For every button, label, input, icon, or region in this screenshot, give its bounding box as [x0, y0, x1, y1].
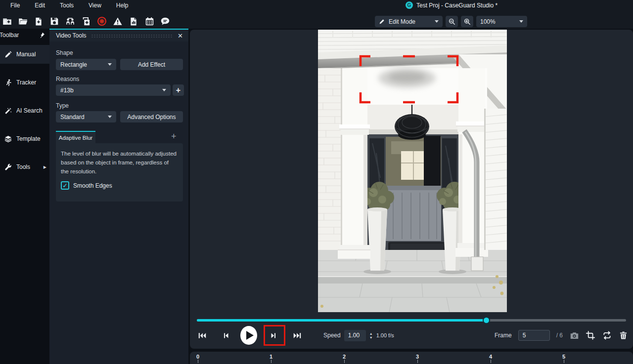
ruler-tick: 4	[483, 354, 498, 363]
reasons-value: #13b	[60, 87, 74, 94]
play-circle	[240, 326, 257, 345]
smooth-edges-row: ✓ Smooth Edges	[61, 181, 177, 190]
pin-icon[interactable]	[39, 32, 45, 38]
video-preview[interactable]	[318, 30, 507, 312]
loop-button[interactable]	[602, 329, 612, 341]
shape-label: Shape	[56, 49, 73, 56]
next-frame-button[interactable]	[265, 325, 282, 346]
pencil-icon	[379, 18, 385, 25]
alerts-icon	[113, 17, 123, 26]
speed-input[interactable]: 1.00	[344, 330, 366, 341]
alerts-button[interactable]	[112, 15, 123, 27]
advanced-options-button[interactable]: Advanced Options	[120, 111, 183, 122]
menu-help[interactable]: Help	[109, 2, 136, 9]
zoom-out-button[interactable]	[446, 16, 458, 27]
sidebar-item-label: AI Search	[16, 107, 43, 114]
sidebar-item-tracker[interactable]: Tracker	[0, 73, 49, 92]
frame-label: Frame	[495, 332, 512, 339]
collaborate-button[interactable]	[65, 15, 76, 27]
type-label: Type	[56, 102, 69, 109]
menu-view[interactable]: View	[81, 2, 109, 9]
edit-mode-value: Edit Mode	[389, 18, 415, 25]
sidebar-header: Toolbar	[0, 29, 49, 41]
timeline-ruler[interactable]: 0 1 2 3 4 5	[190, 352, 633, 364]
sidebar-item-ai-search[interactable]: AI Search	[0, 101, 49, 120]
speed-group: Speed 1.00 ▲ ▼ 1.00 f/s	[323, 325, 394, 346]
type-value: Standard	[60, 114, 85, 121]
shape-select[interactable]: Rectangle	[56, 59, 116, 70]
stepper-up-icon[interactable]: ▲	[369, 332, 373, 335]
tab-adaptive-blur[interactable]: Adaptive Blur	[56, 131, 95, 143]
reasons-select[interactable]: #13b	[56, 84, 171, 96]
menu-bar: File Edit Tools View Help	[3, 0, 136, 10]
stepper-down-icon[interactable]: ▼	[369, 336, 373, 339]
add-reason-button[interactable]: +	[173, 84, 184, 96]
panel-drag-grip[interactable]	[91, 34, 173, 38]
sidebar-item-label: Manual	[16, 51, 36, 58]
ruler-tick: 5	[556, 354, 571, 363]
previous-frame-button[interactable]	[218, 325, 234, 346]
plus-icon: +	[171, 131, 177, 141]
frame-value: 5	[523, 332, 526, 339]
menu-tools[interactable]: Tools	[52, 2, 81, 9]
sidebar-item-manual[interactable]: Manual	[0, 45, 49, 64]
skip-to-end-icon	[293, 331, 302, 340]
advanced-options-label: Advanced Options	[127, 114, 176, 121]
save-button[interactable]	[49, 15, 60, 27]
video-frame-image	[318, 30, 507, 312]
speed-label: Speed	[323, 332, 341, 339]
video-tools-header[interactable]: Video Tools ✕	[49, 29, 188, 41]
zoom-level-select[interactable]: 100%	[476, 16, 527, 27]
zoom-in-button[interactable]	[461, 16, 473, 27]
sidebar-item-template[interactable]: Template	[0, 129, 49, 148]
seek-thumb[interactable]	[483, 317, 490, 324]
duplicate-with-add-button[interactable]	[81, 15, 91, 27]
add-effect-button[interactable]: Add Effect	[120, 59, 183, 70]
speed-stepper[interactable]: ▲ ▼	[369, 332, 373, 339]
top-bar: File Edit Tools View Help G Test Proj - …	[0, 0, 633, 29]
frame-input[interactable]: 5	[518, 330, 550, 341]
sidebar-item-label: Template	[16, 135, 41, 142]
skip-to-end-button[interactable]	[289, 325, 306, 346]
caseguard-studio-window: File Edit Tools View Help G Test Proj - …	[0, 0, 633, 364]
new-project-icon	[2, 17, 12, 26]
delete-button[interactable]	[618, 329, 628, 341]
play-button[interactable]	[240, 325, 257, 346]
duplicate-with-add-icon	[82, 17, 91, 26]
snapshot-button[interactable]	[569, 329, 579, 341]
smooth-edges-checkbox[interactable]: ✓	[61, 181, 69, 190]
canvas-panel: Speed 1.00 ▲ ▼ 1.00 f/s Frame 5 / 6	[190, 30, 633, 349]
comments-button[interactable]	[160, 15, 171, 27]
crop-button[interactable]	[586, 329, 595, 341]
layers-icon	[4, 135, 12, 143]
menu-edit[interactable]: Edit	[27, 2, 52, 9]
record-icon	[97, 16, 107, 26]
schedule-button[interactable]	[144, 15, 155, 27]
ruler-tick: 2	[337, 354, 352, 363]
type-select[interactable]: Standard	[56, 111, 116, 122]
sidebar-item-label: Tools	[16, 163, 30, 170]
fps-text: 1.00 f/s	[376, 332, 394, 338]
report-button[interactable]	[128, 15, 139, 27]
add-tab-button[interactable]: +	[171, 131, 177, 142]
video-tools-panel: Video Tools ✕ Shape Rectangle Add Effect…	[49, 29, 188, 364]
edit-mode-select[interactable]: Edit Mode	[375, 16, 443, 27]
seek-bar[interactable]	[197, 317, 626, 324]
new-file-button[interactable]	[33, 15, 44, 27]
frame-total: / 6	[556, 332, 563, 339]
skip-to-start-button[interactable]	[194, 325, 211, 346]
chevron-down-icon	[162, 89, 166, 91]
sidebar-item-tools[interactable]: Tools ▶	[0, 158, 49, 176]
window-title-text: Test Proj - CaseGuard Studio *	[416, 2, 497, 9]
tab-label: Adaptive Blur	[59, 135, 92, 141]
new-project-button[interactable]	[1, 15, 12, 27]
zoom-level-value: 100%	[480, 18, 496, 25]
collaborate-icon	[65, 17, 75, 26]
close-icon[interactable]: ✕	[178, 33, 183, 39]
ruler-tick: 3	[410, 354, 425, 363]
record-button[interactable]	[96, 15, 107, 27]
menu-file[interactable]: File	[3, 2, 27, 9]
chevron-down-icon	[108, 116, 112, 118]
open-project-button[interactable]	[17, 15, 28, 27]
save-icon	[50, 17, 59, 26]
